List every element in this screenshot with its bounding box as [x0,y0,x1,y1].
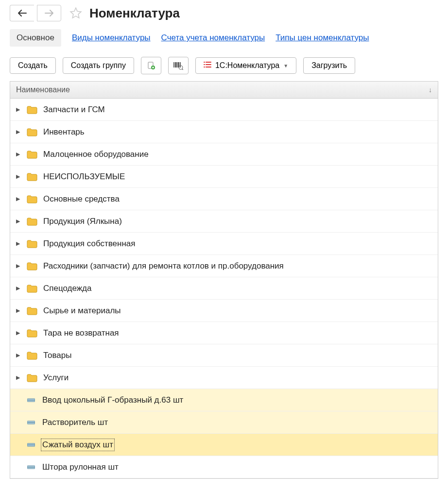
column-header-name: Наименование [16,85,70,94]
tab-main[interactable]: Основное [10,29,61,47]
document-plus-icon [147,61,155,70]
svg-point-2 [179,66,183,69]
item-icon [27,465,35,470]
item-icon [27,420,35,425]
reference-dropdown-label: 1С:Номенклатура [215,61,279,70]
chevron-down-icon: ▼ [283,63,288,68]
row-label: Ввод цокольный Г-образный д.63 шт [42,395,183,405]
load-button-label: Загрузить [311,61,347,70]
tree-item-row[interactable]: Сжатый воздух шт [10,434,438,456]
row-label: Штора рулонная шт [42,462,119,472]
load-button[interactable]: Загрузить [303,57,355,74]
folder-icon [27,284,37,293]
table-header[interactable]: Наименование ↓ [10,82,438,99]
folder-icon [27,217,37,226]
expand-arrow-icon: ▶ [16,196,23,202]
row-label: Сырье и материалы [43,306,121,316]
sort-indicator-icon: ↓ [429,86,432,94]
row-label: Малоценное оборудование [43,150,149,159]
row-label: Тара не возвратная [43,328,119,338]
folder-icon [27,351,37,360]
row-label: Продукция собственная [43,239,135,249]
item-icon [27,398,35,403]
tree-folder-row[interactable]: ▶Товары [10,344,438,367]
reference-dropdown[interactable]: 1С:Номенклатура ▼ [195,57,296,74]
folder-icon [27,373,37,382]
expand-arrow-icon: ▶ [16,307,23,314]
tree-folder-row[interactable]: ▶Спецодежда [10,277,438,300]
nomenclature-table: Наименование ↓ ▶Запчасти и ГСМ▶Инвентарь… [10,81,438,479]
folder-icon [27,128,37,136]
tree-folder-row[interactable]: ▶Тара не возвратная [10,322,438,344]
page-title: Номенклатура [89,6,180,21]
expand-arrow-icon: ▶ [16,285,23,291]
folder-icon [27,262,37,271]
folder-icon [27,306,37,315]
tree-folder-row[interactable]: ▶НЕИСПОЛЬЗУЕМЫЕ [10,166,438,188]
barcode-icon [173,61,183,70]
tree-folder-row[interactable]: ▶Запчасти и ГСМ [10,99,438,121]
svg-rect-10 [27,467,35,467]
row-label: Услуги [43,373,69,383]
tree-folder-row[interactable]: ▶Малоценное оборудование [10,143,438,166]
svg-rect-6 [27,422,35,423]
list-icon [204,61,211,70]
expand-arrow-icon: ▶ [16,173,23,180]
expand-arrow-icon: ▶ [16,218,23,224]
barcode-button[interactable] [168,57,189,74]
item-icon [27,442,35,447]
row-label: Расходники (запчасти) для ремонта котлов… [43,261,284,271]
folder-icon [27,195,37,203]
tree-item-row[interactable]: Штора рулонная шт [10,456,438,478]
arrow-right-icon [44,10,54,17]
folder-icon [27,329,37,338]
expand-arrow-icon: ▶ [16,129,23,135]
tree-folder-row[interactable]: ▶Расходники (запчасти) для ремонта котло… [10,255,438,277]
row-label: Растворитель шт [42,418,108,427]
tree-item-row[interactable]: Ввод цокольный Г-образный д.63 шт [10,389,438,411]
tree-folder-row[interactable]: ▶Сырье и материалы [10,300,438,322]
favorite-star-button[interactable] [69,6,83,20]
tree-folder-row[interactable]: ▶Инвентарь [10,121,438,143]
row-label: НЕИСПОЛЬЗУЕМЫЕ [43,172,125,182]
svg-rect-8 [27,444,35,445]
tree-item-row[interactable]: Растворитель шт [10,411,438,434]
arrow-left-icon [17,10,27,17]
row-label: Спецодежда [43,284,92,293]
add-item-button[interactable] [141,57,161,74]
row-label: Сжатый воздух шт [42,440,113,450]
tab-link-types[interactable]: Виды номенклатуры [72,33,151,43]
row-label: Запчасти и ГСМ [43,105,105,115]
row-label: Инвентарь [43,127,85,137]
folder-icon [27,150,37,159]
row-label: Товары [43,351,71,360]
svg-rect-4 [27,400,35,400]
expand-arrow-icon: ▶ [16,330,23,336]
tab-link-price-types[interactable]: Типы цен номенклатуры [276,33,369,43]
tree-folder-row[interactable]: ▶Услуги [10,367,438,389]
row-label: Основные средства [43,194,120,204]
expand-arrow-icon: ▶ [16,374,23,381]
expand-arrow-icon: ▶ [16,151,23,157]
tab-link-accounts[interactable]: Счета учета номенклатуры [161,33,265,43]
row-label: Продукция (Ялкына) [43,217,122,226]
expand-arrow-icon: ▶ [16,352,23,358]
create-button[interactable]: Создать [10,57,56,74]
expand-arrow-icon: ▶ [16,106,23,113]
folder-icon [27,105,37,114]
expand-arrow-icon: ▶ [16,240,23,247]
tree-folder-row[interactable]: ▶Продукция собственная [10,233,438,255]
expand-arrow-icon: ▶ [16,263,23,269]
create-group-button-label: Создать группу [71,61,126,70]
folder-icon [27,172,37,181]
create-button-label: Создать [18,61,48,70]
star-icon [69,7,82,19]
nav-forward-button[interactable] [37,5,61,21]
create-group-button[interactable]: Создать группу [63,57,134,74]
tree-folder-row[interactable]: ▶Продукция (Ялкына) [10,210,438,233]
folder-icon [27,239,37,248]
nav-back-button[interactable] [10,5,34,21]
tree-folder-row[interactable]: ▶Основные средства [10,188,438,210]
